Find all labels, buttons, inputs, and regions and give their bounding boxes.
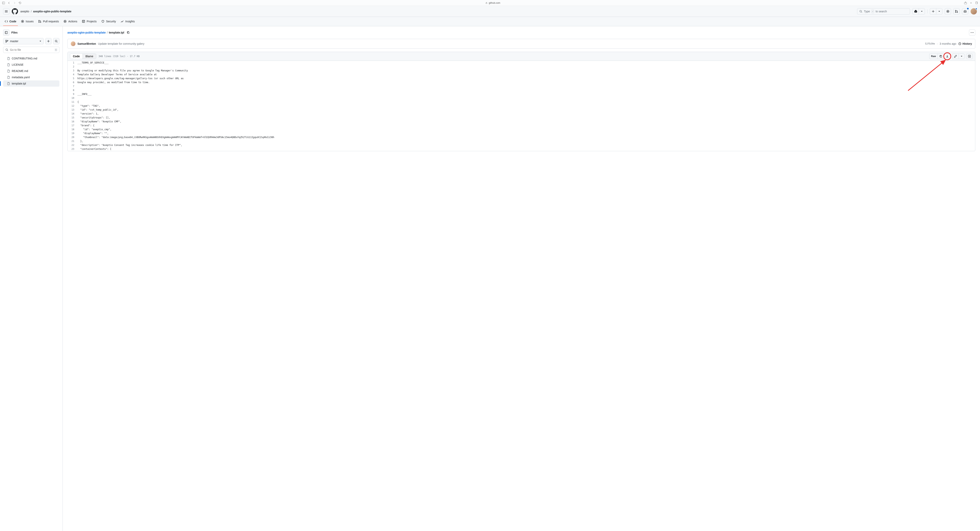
svg-point-22 (7, 40, 8, 41)
chevron-down-icon (39, 40, 41, 42)
code-line: 22 "description": "Axeptio Consent Tag i… (68, 143, 975, 147)
code-line: 17 "brand": { (68, 124, 975, 128)
repo-link[interactable]: axeptio-sgtm-public-template (33, 10, 72, 13)
svg-rect-17 (82, 20, 85, 22)
file-filter[interactable]: t (3, 47, 59, 53)
add-file-button[interactable] (45, 38, 51, 44)
download-button[interactable] (944, 54, 951, 59)
tab-issues[interactable]: Issues (19, 17, 35, 26)
code-body[interactable]: 1___TERMS_OF_SERVICE___23By creating or … (68, 61, 975, 151)
hamburger-icon (5, 10, 8, 13)
url-bar[interactable]: github.com (24, 2, 962, 4)
edit-button[interactable] (952, 54, 959, 59)
path-repo-link[interactable]: axeptio-sgtm-public-template (67, 31, 106, 34)
blame-tab[interactable]: Blame (83, 54, 96, 59)
code-line: 7 (68, 85, 975, 88)
tab-projects[interactable]: Projects (80, 17, 98, 26)
svg-point-15 (40, 22, 41, 22)
svg-rect-18 (5, 31, 8, 34)
add-dropdown[interactable] (936, 8, 942, 14)
sidebar-title: Files (11, 31, 18, 34)
plus-icon (47, 40, 50, 43)
sidebar-icon (5, 31, 8, 34)
tabs-icon[interactable] (975, 2, 978, 5)
file-tree-item[interactable]: metadata.yaml (3, 74, 59, 80)
raw-button[interactable]: Raw (929, 54, 937, 59)
add-button[interactable] (930, 8, 936, 14)
view-toggle: Code Blame (70, 54, 96, 59)
breadcrumb-sep: / (31, 10, 32, 13)
file-tree-item[interactable]: CONTRIBUTING.md (3, 55, 59, 62)
file-tree-item[interactable]: README.md (3, 68, 59, 74)
search-suffix: to search (875, 10, 887, 13)
file-tree: CONTRIBUTING.mdLICENSEREADME.mdmetadata.… (3, 55, 59, 87)
copilot-dropdown[interactable] (919, 8, 925, 14)
symbols-button[interactable] (966, 54, 973, 59)
svg-point-12 (22, 21, 23, 22)
history-link[interactable]: History (958, 42, 972, 45)
svg-point-13 (38, 20, 40, 21)
tab-insights[interactable]: Insights (119, 17, 136, 26)
commit-message[interactable]: Update template for community galery (98, 42, 145, 45)
hamburger-button[interactable] (3, 8, 10, 14)
file-tree-item[interactable]: LICENSE (3, 62, 59, 68)
code-tab[interactable]: Code (70, 54, 83, 59)
file-filter-input[interactable] (10, 48, 53, 51)
tab-code[interactable]: Code (3, 17, 18, 26)
commit-when[interactable]: 3 months ago (940, 42, 956, 45)
code-line: 16 "displayName": "Axeptio CMP", (68, 120, 975, 124)
new-tab-icon[interactable] (969, 2, 972, 5)
tab-security[interactable]: Security (100, 17, 118, 26)
commit-avatar[interactable] (71, 41, 75, 46)
code-line: 14 "version": 1, (68, 112, 975, 116)
path-row: axeptio-sgtm-public-template / template.… (67, 29, 975, 36)
branch-select[interactable]: master (3, 38, 44, 44)
owner-link[interactable]: axeptio (21, 10, 29, 13)
user-avatar[interactable] (970, 8, 977, 14)
more-button[interactable] (969, 29, 975, 36)
edit-dropdown[interactable] (959, 54, 964, 59)
search-files-button[interactable] (53, 38, 59, 44)
copy-path-button[interactable] (126, 30, 131, 35)
commit-hash[interactable]: 52fb30e (925, 42, 935, 45)
svg-rect-25 (127, 32, 129, 33)
svg-rect-2 (486, 3, 487, 4)
back-icon[interactable] (8, 2, 11, 5)
svg-point-27 (972, 32, 972, 33)
pull-request-icon (38, 20, 41, 23)
sidebar-toggle-icon[interactable] (2, 2, 5, 5)
forward-icon[interactable] (13, 2, 16, 5)
tab-actions[interactable]: Actions (62, 17, 79, 26)
svg-rect-30 (940, 56, 942, 57)
svg-point-8 (955, 10, 956, 11)
file-tree-item[interactable]: template.tpl (3, 80, 59, 87)
collapse-sidebar-button[interactable] (3, 29, 10, 36)
commit-bar: SamuelBreton Update template for communi… (67, 39, 975, 49)
search-prefix: Type (864, 10, 870, 13)
copy-icon (939, 55, 942, 58)
github-logo-icon[interactable] (12, 8, 18, 14)
copy-raw-button[interactable] (937, 54, 944, 59)
svg-point-24 (6, 49, 8, 51)
copilot-button[interactable] (912, 8, 919, 14)
branch-icon (5, 40, 8, 43)
commit-author[interactable]: SamuelBreton (78, 42, 96, 45)
issues-button[interactable] (945, 8, 951, 14)
filter-key: t (55, 48, 57, 51)
pulls-button[interactable] (953, 8, 959, 14)
tab-pulls[interactable]: Pull requests (37, 17, 60, 26)
file-icon (7, 57, 10, 60)
file-icon (7, 76, 10, 79)
file-icon (7, 69, 10, 73)
code-line: 13 "id": "cvt_temp_public_id", (68, 108, 975, 112)
share-icon[interactable] (964, 2, 967, 5)
inbox-button[interactable] (962, 8, 968, 14)
shield-icon (101, 20, 105, 23)
search-input[interactable]: Type / to search (857, 8, 910, 14)
svg-point-10 (957, 12, 958, 13)
code-line: 18 "id": "axeptio_cmp", (68, 128, 975, 131)
file-sidebar: Files master t CONTRIBUTING.mdLICENSEREA… (0, 26, 63, 531)
reload-icon[interactable] (18, 2, 22, 5)
kebab-icon (970, 32, 974, 33)
copilot-icon (914, 10, 917, 13)
